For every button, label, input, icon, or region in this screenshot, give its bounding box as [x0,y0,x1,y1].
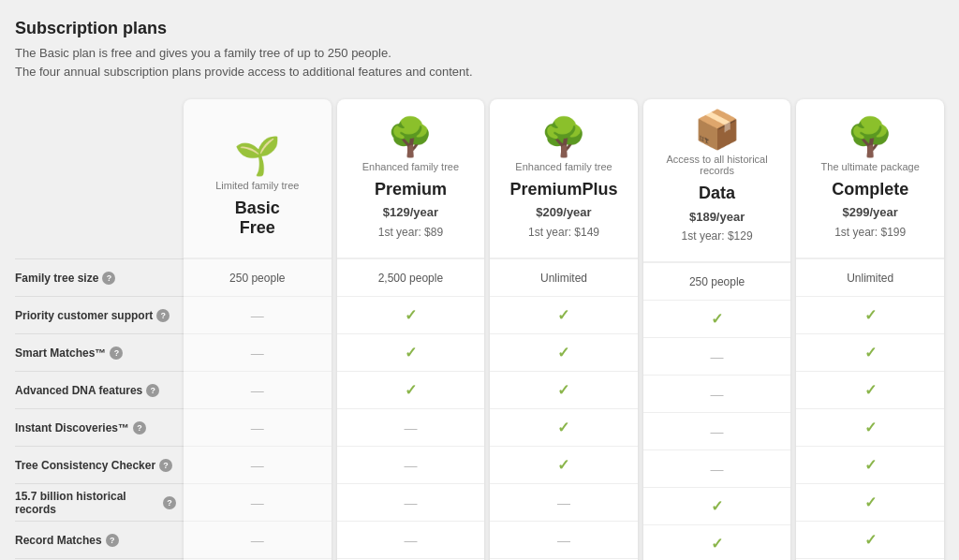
feature-label-6: 15.7 billion historical records? [15,490,176,516]
plan-feature-premiumplus-3: ✓ [490,371,638,408]
page-title: Subscription plans [15,19,944,38]
dash-mark: — [251,495,264,510]
plans-area: 🌱Limited family treeBasicFree250 people—… [184,99,944,560]
feature-row-1: Priority customer support? [15,296,184,333]
help-icon-3[interactable]: ? [146,384,159,397]
check-icon: ✓ [557,419,569,436]
feature-label-2: Smart Matches™? [15,346,123,360]
page-subtitle: The Basic plan is free and gives you a f… [15,44,944,81]
plan-header-premium: 🌳Enhanced family treePremium$129/year1st… [337,99,485,258]
plans-wrapper: Family tree size? Priority customer supp… [15,99,944,560]
feature-row-4: Instant Discoveries™? [15,408,184,446]
plan-feature-premium-2: ✓ [337,333,485,371]
check-icon: ✓ [864,419,877,436]
plan-name-complete: Complete [832,180,908,200]
check-icon: ✓ [557,381,569,399]
plan-feature-data-1: ✓ [643,300,791,337]
plan-feature-data-4: — [643,412,791,449]
dash-mark: — [404,458,417,473]
feature-label-1: Priority customer support? [15,309,170,322]
plan-tag-premiumplus: Enhanced family tree [515,161,612,172]
check-icon: ✓ [405,381,417,399]
dash-mark: — [251,458,264,473]
dash-mark: — [404,533,417,548]
plan-feature-basic-6: — [184,483,332,521]
help-icon-4[interactable]: ? [133,421,146,435]
plan-feature-data-7: ✓ [643,524,791,560]
feature-label-7: Record Matches? [15,534,119,547]
dash-mark: — [711,424,724,439]
plan-icon-data: 📦 [694,111,741,148]
help-icon-7[interactable]: ? [106,534,119,547]
dash-mark: — [404,420,417,435]
plan-feature-complete-4: ✓ [796,408,944,446]
plan-feature-complete-1: ✓ [796,296,944,333]
feature-row-5: Tree Consistency Checker? [15,446,184,483]
feature-row-2: Smart Matches™? [15,333,184,371]
plan-tag-premium: Enhanced family tree [362,161,459,172]
check-icon: ✓ [557,456,569,474]
dash-mark: — [404,495,417,510]
dash-mark: — [557,533,570,548]
check-icon: ✓ [711,497,723,515]
plan-icon-premium: 🌳 [387,118,434,155]
features-column: Family tree size? Priority customer supp… [15,99,184,560]
help-icon-6[interactable]: ? [163,496,176,509]
plan-feature-complete-3: ✓ [796,371,944,408]
plan-card-data: 📦Access to all historical recordsData$18… [643,99,791,560]
dash-mark: — [251,346,264,361]
plan-card-complete: 🌳The ultimate packageComplete$299/year1s… [796,99,944,560]
plan-feature-premiumplus-6: — [490,483,638,521]
check-icon: ✓ [864,381,877,399]
plan-feature-data-6: ✓ [643,487,791,524]
plan-name-premiumplus: PremiumPlus [509,180,617,200]
plan-feature-complete-7: ✓ [796,521,944,558]
plan-feature-complete-2: ✓ [796,333,944,371]
dash-mark: — [711,387,724,402]
dash-mark: — [711,462,724,477]
feature-row-7: Record Matches? [15,521,184,558]
plan-feature-data-3: — [643,375,791,412]
feature-label-3: Advanced DNA features? [15,384,159,397]
help-icon-1[interactable]: ? [156,309,170,322]
plan-feature-complete-0: Unlimited [796,258,944,296]
help-icon-0[interactable]: ? [102,272,115,285]
check-icon: ✓ [864,494,877,511]
plan-feature-data-2: — [643,337,791,375]
plan-feature-premium-7: — [337,521,485,558]
plan-feature-premiumplus-7: — [490,521,638,558]
help-icon-2[interactable]: ? [110,346,123,360]
page-container: Subscription plans The Basic plan is fre… [0,0,959,560]
plan-feature-basic-1: — [184,296,332,333]
dash-mark: — [557,495,570,510]
plan-icon-basic: 🌱 [234,137,281,174]
check-icon: ✓ [864,344,877,361]
plan-feature-complete-6: ✓ [796,483,944,521]
check-icon: ✓ [864,531,877,549]
plan-feature-basic-2: — [184,333,332,371]
plan-feature-premium-6: — [337,483,485,521]
check-icon: ✓ [711,535,723,553]
feature-label-0: Family tree size? [15,272,115,285]
plan-icon-complete: 🌳 [847,118,893,155]
plan-header-basic: 🌱Limited family treeBasicFree [184,99,332,258]
plan-price-premiumplus: $209/year1st year: $149 [528,203,599,243]
dash-mark: — [251,383,264,398]
help-icon-5[interactable]: ? [159,459,172,472]
plan-feature-data-5: — [643,449,791,487]
plan-feature-basic-5: — [184,446,332,483]
dash-mark: — [251,308,264,323]
plan-feature-complete-5: ✓ [796,446,944,483]
check-icon: ✓ [557,306,569,324]
plan-card-premiumplus: 🌳Enhanced family treePremiumPlus$209/yea… [490,99,638,560]
plan-name-premium: Premium [375,180,447,200]
plan-feature-data-0: 250 people [643,262,791,300]
feature-row-6: 15.7 billion historical records? [15,483,184,521]
plan-feature-premiumplus-5: ✓ [490,446,638,483]
plan-feature-premium-3: ✓ [337,371,485,408]
dash-mark: — [711,349,724,364]
check-icon: ✓ [405,306,417,324]
plan-header-premiumplus: 🌳Enhanced family treePremiumPlus$209/yea… [490,99,638,258]
plan-feature-premium-1: ✓ [337,296,485,333]
plan-name-data: Data [699,184,735,204]
